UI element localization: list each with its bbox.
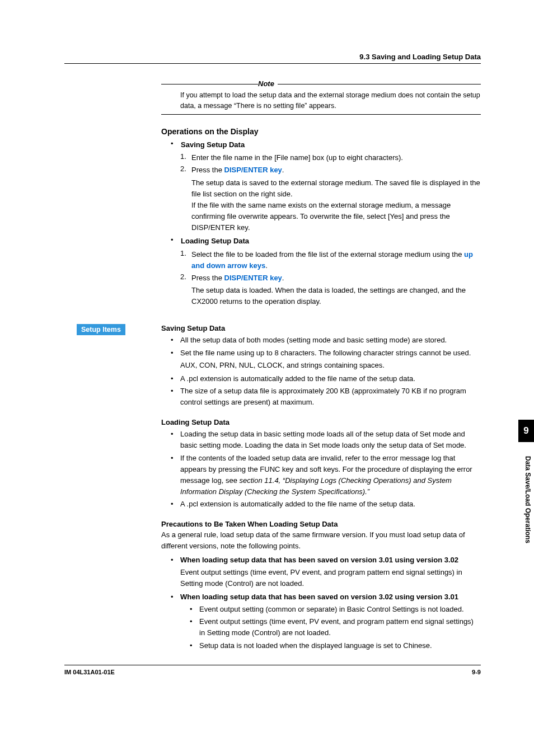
step-number: 1. bbox=[180, 249, 191, 271]
saving-step2: Press the DISP/ENTER key. bbox=[191, 165, 481, 176]
loading-step2: Press the DISP/ENTER key. bbox=[191, 273, 481, 284]
bullet-icon: • bbox=[171, 139, 181, 151]
saving-steps: 1. Enter the file name in the [File name… bbox=[180, 152, 481, 176]
section-title: 9.3 Saving and Loading Setup Data bbox=[359, 53, 481, 61]
bullet-icon: • bbox=[171, 591, 180, 603]
bullet-icon: • bbox=[171, 335, 180, 346]
loading-step2-body: The setup data is loaded. When the data … bbox=[191, 285, 481, 307]
bullet-icon: • bbox=[171, 386, 180, 408]
loading-setup-block: • Loading Setup Data bbox=[171, 236, 481, 247]
list-item: Setup data is not loaded when the displa… bbox=[199, 640, 481, 651]
page-footer: IM 04L31A01-01E 9-9 bbox=[64, 665, 481, 675]
bullet-icon: • bbox=[190, 616, 199, 638]
chapter-number: 9 bbox=[518, 425, 534, 436]
step-number: 2. bbox=[180, 273, 191, 284]
step-number: 2. bbox=[180, 165, 191, 176]
precaution-title: When loading setup data that has been sa… bbox=[180, 591, 481, 603]
bullet-icon: • bbox=[171, 429, 180, 451]
setup-items-content: Saving Setup Data •All the setup data of… bbox=[64, 324, 481, 651]
chapter-label: Data Save/Load Operations bbox=[524, 456, 532, 543]
chapter-tab: 9 bbox=[518, 420, 534, 442]
operations-heading: Operations on the Display bbox=[161, 127, 481, 136]
bullet-icon: • bbox=[171, 499, 180, 510]
precaution-body: Event output settings (time event, PV ev… bbox=[180, 567, 481, 589]
list-item: The size of a setup data file is approxi… bbox=[180, 386, 481, 408]
note-block: Note If you attempt to load the setup da… bbox=[64, 74, 481, 115]
doc-id: IM 04L31A01-01E bbox=[64, 669, 115, 675]
page-content: 9.3 Saving and Loading Setup Data Note I… bbox=[0, 0, 534, 687]
loading-steps: 1. Select the file to be loaded from the… bbox=[180, 249, 481, 284]
note-label: Note bbox=[258, 79, 278, 88]
list-item: A .pcl extension is automatically added … bbox=[180, 499, 481, 510]
saving-step2-body: The setup data is saved to the external … bbox=[191, 177, 481, 234]
bullet-icon: • bbox=[190, 604, 199, 615]
precaution-title: When loading setup data that has been sa… bbox=[180, 555, 481, 566]
saving-step1: Enter the file name in the [File name] b… bbox=[191, 152, 481, 163]
bullet-icon: • bbox=[171, 453, 180, 498]
disp-enter-link[interactable]: DISP/ENTER key bbox=[224, 166, 282, 174]
disp-enter-link[interactable]: DISP/ENTER key bbox=[224, 274, 282, 282]
bullet-icon: • bbox=[171, 373, 180, 384]
list-item: If the contents of the loaded setup data… bbox=[180, 453, 481, 498]
precautions-heading: Precautions to Be Taken When Loading Set… bbox=[161, 520, 481, 528]
list-item-sub: AUX, CON, PRN, NUL, CLOCK, and strings c… bbox=[180, 360, 481, 371]
bullet-icon: • bbox=[171, 555, 180, 566]
setup-items-badge: Setup Items bbox=[77, 324, 125, 335]
note-top-rule: Note bbox=[161, 74, 481, 84]
saving-title: Saving Setup Data bbox=[181, 139, 245, 151]
list-item: All the setup data of both modes (settin… bbox=[180, 335, 481, 346]
note-bottom-rule bbox=[161, 114, 481, 115]
loading-step1: Select the file to be loaded from the fi… bbox=[191, 249, 481, 271]
loading-heading: Loading Setup Data bbox=[161, 418, 481, 426]
bullet-icon: • bbox=[190, 640, 199, 651]
running-header: 9.3 Saving and Loading Setup Data bbox=[64, 51, 481, 64]
saving-heading: Saving Setup Data bbox=[161, 324, 481, 332]
step-number: 1. bbox=[180, 152, 191, 163]
loading-title: Loading Setup Data bbox=[181, 236, 249, 247]
bullet-icon: • bbox=[171, 348, 180, 359]
list-item: Set the file name using up to 8 characte… bbox=[180, 348, 481, 359]
page-number: 9-9 bbox=[472, 669, 481, 675]
saving-setup-block: • Saving Setup Data bbox=[171, 139, 481, 151]
bullet-icon: • bbox=[171, 236, 181, 247]
list-item: Event output settings (time event, PV ev… bbox=[199, 616, 481, 638]
list-item: Event output setting (common or separate… bbox=[199, 604, 481, 615]
precautions-intro: As a general rule, load setup data of th… bbox=[161, 529, 481, 552]
list-item: Loading the setup data in basic setting … bbox=[180, 429, 481, 451]
note-text: If you attempt to load the setup data an… bbox=[180, 90, 481, 112]
list-item: A .pcl extension is automatically added … bbox=[180, 373, 481, 384]
